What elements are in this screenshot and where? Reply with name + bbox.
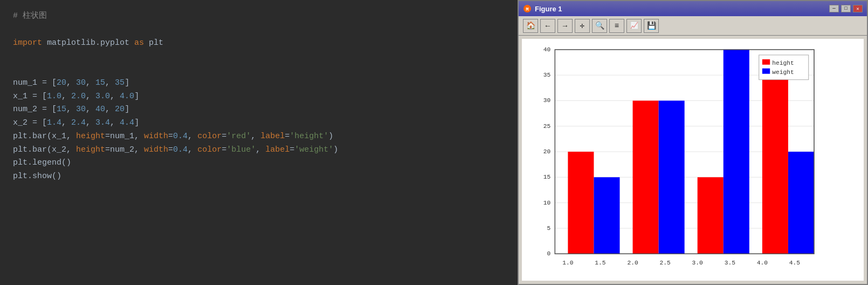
svg-text:4.5: 4.5: [789, 260, 800, 266]
titlebar-left: M Figure 1: [523, 4, 562, 13]
svg-text:M: M: [526, 7, 528, 12]
bar-blue-1: [594, 177, 619, 254]
code-line: x_2 = [1.4, 2.4, 3.4, 4.4]: [13, 117, 505, 130]
svg-text:25: 25: [543, 123, 551, 130]
titlebar-controls: ─ □ ✕: [829, 5, 863, 12]
minimize-button[interactable]: ─: [829, 5, 839, 12]
svg-text:3.0: 3.0: [692, 260, 703, 266]
code-line: plt.show(): [13, 170, 505, 184]
svg-text:4.0: 4.0: [757, 260, 768, 266]
code-line: x_1 = [1.0, 2.0, 3.0, 4.0]: [13, 90, 505, 104]
figure-title: Figure 1: [535, 5, 562, 13]
code-line: [13, 23, 505, 37]
maximize-button[interactable]: □: [841, 5, 851, 12]
svg-rect-33: [762, 59, 770, 65]
bar-red-3: [698, 177, 724, 254]
code-line: [13, 63, 505, 77]
svg-text:35: 35: [543, 72, 551, 78]
svg-text:10: 10: [543, 200, 551, 206]
code-line: plt.bar(x_2, height=num_2, width=0.4, co…: [13, 144, 505, 157]
svg-rect-34: [762, 69, 770, 74]
home-button[interactable]: 🏠: [523, 19, 538, 33]
chart-canvas: 0 5 10 15 20 25 30 35 40 1.0 1.5 2.0 2.5…: [522, 39, 864, 281]
code-line: plt.bar(x_1, height=num_1, width=0.4, co…: [13, 130, 505, 144]
configure-button[interactable]: ≡: [609, 19, 624, 33]
figure-titlebar: M Figure 1 ─ □ ✕: [519, 1, 867, 16]
code-line: plt.legend(): [13, 157, 505, 170]
svg-text:5: 5: [547, 225, 550, 232]
svg-text:0: 0: [547, 250, 550, 257]
back-button[interactable]: ←: [540, 19, 555, 33]
legend-weight-label: weight: [772, 69, 794, 76]
bar-blue-4: [788, 152, 814, 254]
zoom-button[interactable]: 🔍: [592, 19, 607, 33]
figure-icon: M: [523, 4, 532, 13]
save-button[interactable]: 💾: [644, 19, 659, 33]
forward-button[interactable]: →: [557, 19, 573, 33]
bar-blue-3: [724, 50, 749, 254]
code-line: # 柱状图: [13, 10, 505, 23]
bar-blue-2: [659, 100, 685, 254]
svg-text:1.0: 1.0: [562, 260, 573, 266]
svg-text:2.0: 2.0: [627, 260, 638, 266]
code-line: num_1 = [20, 30, 15, 35]: [13, 77, 505, 90]
svg-rect-32: [759, 55, 809, 80]
svg-text:40: 40: [543, 46, 551, 53]
close-button[interactable]: ✕: [853, 5, 863, 12]
svg-text:2.5: 2.5: [659, 260, 670, 266]
code-editor: # 柱状图 import matplotlib.pyplot as plt nu…: [0, 0, 518, 285]
figure-toolbar: 🏠 ← → ✛ 🔍 ≡ 📈 💾: [519, 16, 867, 36]
svg-text:1.5: 1.5: [595, 260, 605, 266]
bar-red-4: [762, 75, 788, 254]
code-line: num_2 = [15, 30, 40, 20]: [13, 103, 505, 117]
pan-button[interactable]: ✛: [575, 19, 590, 33]
bar-chart: 0 5 10 15 20 25 30 35 40 1.0 1.5 2.0 2.5…: [522, 39, 864, 281]
code-line: import matplotlib.pyplot as plt: [13, 37, 505, 50]
svg-text:15: 15: [543, 174, 551, 180]
svg-text:3.5: 3.5: [725, 260, 735, 266]
code-line: [13, 50, 505, 63]
bar-red-1: [568, 152, 594, 254]
bar-red-2: [633, 100, 659, 254]
svg-text:20: 20: [543, 148, 551, 155]
subplot-button[interactable]: 📈: [626, 19, 642, 33]
legend-height-label: height: [772, 60, 794, 66]
svg-text:30: 30: [543, 98, 551, 104]
figure-window: M Figure 1 ─ □ ✕ 🏠 ← → ✛ 🔍 ≡ 📈 💾: [518, 0, 868, 285]
